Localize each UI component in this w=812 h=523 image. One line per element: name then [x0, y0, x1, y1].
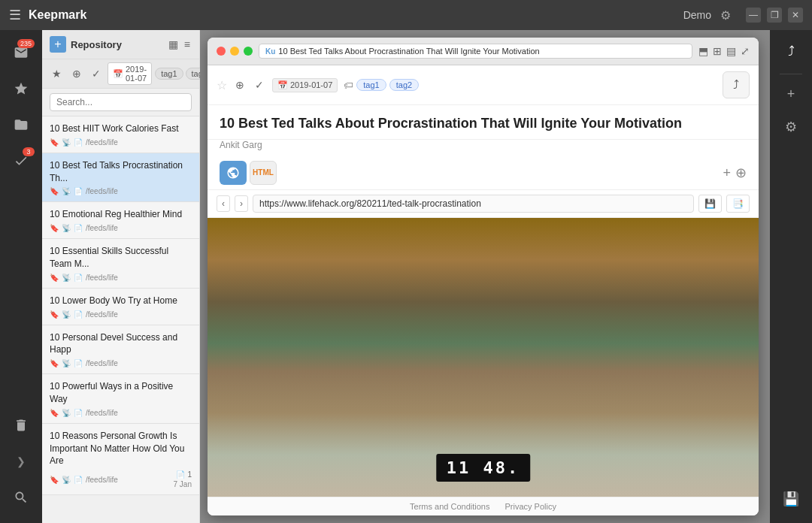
- rss-icon: 📡: [62, 274, 71, 282]
- article-items: 10 Best HIIT Work Calories Fast 🔖 📡 📄 /f…: [42, 116, 199, 523]
- bookmark-icon: 🔖: [50, 310, 59, 319]
- right-save-btn[interactable]: 💾: [776, 484, 806, 514]
- viewer-check-btn[interactable]: ✓: [253, 77, 266, 93]
- add-article-button[interactable]: +: [50, 36, 66, 53]
- url-bookmark-btn[interactable]: 📑: [726, 195, 750, 213]
- viewer-expand-btn[interactable]: ⬒: [698, 45, 708, 57]
- titlebar-share-icon[interactable]: ⚙: [720, 8, 731, 23]
- list-item[interactable]: 10 Best Ted Talks Procrastination Th... …: [42, 153, 199, 203]
- rss-icon: 📡: [62, 359, 71, 367]
- window-min-btn[interactable]: [230, 47, 239, 56]
- check-filter-btn[interactable]: ✓: [88, 65, 105, 82]
- url-input[interactable]: [253, 195, 694, 213]
- menu-icon[interactable]: ☰: [9, 7, 21, 23]
- list-item[interactable]: 10 Lower Body Wo Try at Home 🔖 📡 📄 /feed…: [42, 289, 199, 325]
- search-input[interactable]: [50, 93, 192, 111]
- feed-url: /feeds/life: [86, 476, 118, 484]
- doc-icon: 📄: [74, 224, 83, 232]
- viewer-tag-2[interactable]: tag2: [389, 79, 419, 91]
- article-item-bottom: 🔖 📡 📄 /feeds/life 📄 1 7 Jan: [50, 470, 192, 488]
- article-meta: 🔖 📡 📄 /feeds/life: [50, 138, 192, 147]
- close-button[interactable]: ✕: [788, 8, 803, 23]
- bookmark-icon: 🔖: [50, 274, 59, 282]
- bookmark-icon: 🔖: [50, 138, 59, 147]
- article-image: 11 48.: [208, 218, 759, 497]
- url-save-btn[interactable]: 💾: [698, 195, 722, 213]
- sidebar-collapse-btn[interactable]: ❯: [5, 445, 38, 478]
- star-filter-btn[interactable]: ★: [48, 65, 65, 82]
- doc-icon: 📄: [74, 359, 83, 367]
- list-item[interactable]: 10 Powerful Ways in a Positive Way 🔖 📡 📄…: [42, 374, 199, 424]
- grid-view-button[interactable]: ▦: [167, 37, 180, 52]
- sidebar-item-tasks[interactable]: 3: [5, 144, 38, 177]
- rss-icon: 📡: [62, 476, 71, 484]
- sidebar-item-trash[interactable]: [5, 409, 38, 442]
- article-list-header: + Repository ▦ ≡: [42, 30, 199, 59]
- window-close-btn[interactable]: [217, 47, 226, 56]
- list-item[interactable]: 10 Essential Skills Successful Team M...…: [42, 239, 199, 289]
- article-title: 10 Personal Devel Success and Happ: [50, 331, 192, 357]
- doc-icon: 📄: [74, 310, 83, 319]
- article-title-heading: 10 Best Ted Talks About Procrastination …: [220, 114, 747, 133]
- restore-button[interactable]: ❐: [767, 8, 782, 23]
- viewer-article-toolbar: ☆ ⊕ ✓ 📅 2019-01-07 🏷 tag1 tag2 ⤴: [208, 65, 759, 105]
- list-item[interactable]: 10 Best HIIT Work Calories Fast 🔖 📡 📄 /f…: [42, 116, 199, 153]
- list-item[interactable]: 10 Personal Devel Success and Happ 🔖 📡 📄…: [42, 325, 199, 375]
- sidebar-item-favorites[interactable]: [5, 72, 38, 105]
- date-filter-badge[interactable]: 📅 2019-01-07: [108, 62, 152, 85]
- viewer-share-tab-btn[interactable]: ⊕: [735, 165, 747, 181]
- right-share-btn[interactable]: ⤴: [776, 36, 806, 66]
- terms-link[interactable]: Terms and Conditions: [410, 502, 489, 511]
- right-add-btn[interactable]: +: [776, 79, 806, 109]
- minimize-button[interactable]: —: [746, 8, 761, 23]
- privacy-link[interactable]: Privacy Policy: [504, 502, 556, 511]
- article-meta: 🔖 📡 📄 /feeds/life: [50, 409, 192, 417]
- window-max-btn[interactable]: [244, 47, 253, 56]
- bookmark-icon: 🔖: [50, 476, 59, 484]
- viewer-pin-btn[interactable]: ⊕: [233, 77, 247, 93]
- bookmark-icon: 🔖: [50, 409, 59, 417]
- viewer-star-btn[interactable]: ☆: [217, 78, 227, 92]
- viewer-url-bar: ‹ › 💾 📑: [208, 190, 759, 218]
- window-controls: — ❐ ✕: [746, 8, 803, 23]
- pin-filter-btn[interactable]: ⊕: [68, 65, 85, 82]
- right-sidebar: ⤴ + ⚙ 💾: [770, 30, 812, 523]
- right-settings-btn[interactable]: ⚙: [776, 112, 806, 142]
- tag-pill-1[interactable]: tag1: [155, 68, 183, 80]
- tasks-badge: 3: [23, 147, 35, 156]
- right-divider: [780, 74, 802, 74]
- doc-icon: 📄: [74, 187, 83, 195]
- article-meta: 🔖 📡 📄 /feeds/life: [50, 476, 118, 484]
- list-view-button[interactable]: ≡: [183, 37, 192, 52]
- tab-html-view[interactable]: HTML: [250, 161, 277, 185]
- traffic-lights: [217, 47, 253, 56]
- viewer-window: Ku 10 Best Ted Talks About Procrastinati…: [208, 38, 759, 515]
- feed-url: /feeds/life: [86, 224, 118, 232]
- list-item[interactable]: 10 Emotional Reg Healthier Mind 🔖 📡 📄 /f…: [42, 202, 199, 239]
- viewer-external-btn[interactable]: ⊞: [713, 45, 722, 57]
- article-meta: 🔖 📡 📄 /feeds/life: [50, 274, 192, 282]
- article-title: 10 Best Ted Talks Procrastination Th...: [50, 159, 192, 185]
- viewer-tab[interactable]: Ku 10 Best Ted Talks About Procrastinati…: [259, 44, 692, 59]
- sidebar-search-btn[interactable]: [5, 481, 38, 514]
- viewer-content: 11 48.: [208, 218, 759, 497]
- feed-url: /feeds/life: [86, 274, 118, 282]
- sidebar-item-repository[interactable]: [5, 108, 38, 141]
- viewer-nav-tabs: HTML + ⊕: [208, 156, 759, 190]
- viewer-tag-1[interactable]: tag1: [356, 79, 386, 91]
- viewer-fullscreen-btn[interactable]: ⤢: [741, 45, 750, 57]
- sidebar-item-inbox[interactable]: 235: [5, 36, 38, 69]
- viewer-sidebar-btn[interactable]: ▤: [726, 45, 736, 57]
- article-meta: 🔖 📡 📄 /feeds/life: [50, 310, 192, 319]
- search-box: [42, 89, 199, 116]
- tab-web-view[interactable]: [220, 161, 247, 185]
- article-title: 10 Emotional Reg Healthier Mind: [50, 208, 192, 221]
- list-item[interactable]: 10 Reasons Personal Growth Is Important …: [42, 424, 199, 495]
- bookmark-icon: 🔖: [50, 187, 59, 195]
- rss-icon: 📡: [62, 187, 71, 195]
- viewer-share-btn[interactable]: ⤴: [723, 71, 750, 98]
- url-forward-btn[interactable]: ›: [235, 195, 248, 212]
- viewer-add-tab-btn[interactable]: +: [723, 165, 731, 181]
- url-back-btn[interactable]: ‹: [217, 195, 230, 212]
- doc-icon: 📄: [74, 409, 83, 417]
